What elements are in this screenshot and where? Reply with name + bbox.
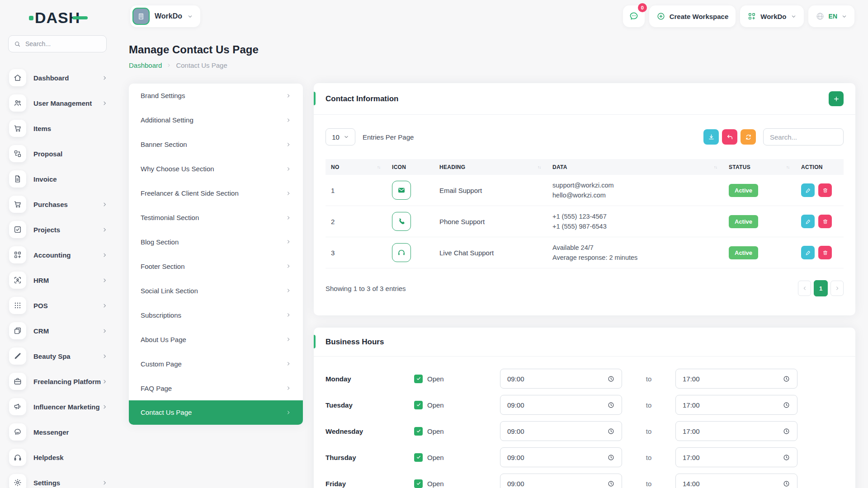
open-time-input[interactable]: 09:00 bbox=[500, 474, 622, 488]
open-checkbox[interactable] bbox=[414, 401, 423, 409]
logo-dash-bar bbox=[72, 16, 88, 19]
column-header-status[interactable]: STATUS↑↓ bbox=[723, 159, 796, 175]
entries-per-page-select[interactable]: 10 bbox=[326, 128, 355, 145]
settings-nav-item-testimonial-section[interactable]: Testimonial Section bbox=[129, 206, 303, 230]
edit-button[interactable] bbox=[801, 183, 815, 197]
sidebar-item-user-management[interactable]: User Management bbox=[0, 90, 117, 116]
sidebar-item-proposal[interactable]: Proposal bbox=[0, 141, 117, 166]
delete-button[interactable] bbox=[818, 215, 832, 228]
settings-nav-item-footer-section[interactable]: Footer Section bbox=[129, 254, 303, 278]
add-contact-button[interactable] bbox=[829, 91, 844, 106]
table-toolbar bbox=[700, 129, 756, 145]
chevron-right-icon bbox=[286, 117, 291, 123]
sidebar-item-influencer-marketing[interactable]: Influencer Marketing bbox=[0, 394, 117, 419]
sidebar-item-items[interactable]: Items bbox=[0, 116, 117, 141]
settings-nav-item-banner-section[interactable]: Banner Section bbox=[129, 132, 303, 157]
row-data: Available 24/7Average response: 2 minute… bbox=[552, 243, 718, 263]
sidebar-item-projects[interactable]: Projects bbox=[0, 217, 117, 242]
open-time-input[interactable]: 09:00 bbox=[500, 369, 622, 389]
column-header-heading[interactable]: HEADING↑↓ bbox=[434, 159, 547, 175]
settings-nav-item-freelancer-client-side-section[interactable]: Freelancer & Client Side Section bbox=[129, 181, 303, 206]
column-header-data[interactable]: DATA↑↓ bbox=[547, 159, 723, 175]
phone-icon bbox=[392, 212, 411, 231]
sidebar-item-settings[interactable]: Settings bbox=[0, 470, 117, 488]
table-search-input[interactable] bbox=[763, 128, 844, 145]
open-checkbox[interactable] bbox=[414, 375, 423, 383]
breadcrumb-dashboard-link[interactable]: Dashboard bbox=[129, 61, 162, 69]
delete-button[interactable] bbox=[818, 183, 832, 197]
refresh-button[interactable] bbox=[741, 129, 756, 145]
settings-nav-label: Banner Section bbox=[141, 141, 187, 148]
open-checkbox[interactable] bbox=[414, 427, 423, 436]
settings-nav-item-additional-setting[interactable]: Additional Setting bbox=[129, 108, 303, 132]
language-dropdown[interactable]: EN bbox=[808, 5, 854, 27]
sidebar-item-label: Settings bbox=[33, 479, 102, 487]
sidebar-item-beauty-spa[interactable]: Beauty Spa bbox=[0, 343, 117, 369]
contact-card-title: Contact Information bbox=[326, 94, 399, 103]
close-time-input[interactable]: 17:00 bbox=[675, 421, 797, 441]
sidebar-item-pos[interactable]: POS bbox=[0, 293, 117, 318]
settings-nav-item-social-link-section[interactable]: Social Link Section bbox=[129, 278, 303, 303]
sidebar-item-hrm[interactable]: HRM bbox=[0, 267, 117, 293]
settings-nav-item-contact-us-page[interactable]: Contact Us Page bbox=[129, 400, 303, 425]
workspace-name: WorkDo bbox=[155, 12, 182, 20]
plus-circle-icon bbox=[656, 12, 665, 21]
settings-nav-item-about-us-page[interactable]: About Us Page bbox=[129, 327, 303, 352]
column-header-no[interactable]: NO↑↓ bbox=[326, 159, 387, 175]
open-time-input[interactable]: 09:00 bbox=[500, 421, 622, 441]
sidebar-item-label: Dashboard bbox=[33, 74, 102, 82]
open-checkbox[interactable] bbox=[414, 479, 423, 488]
undo-button[interactable] bbox=[722, 129, 737, 145]
chat-dots-icon bbox=[628, 11, 639, 22]
open-checkbox[interactable] bbox=[414, 453, 423, 462]
open-time-input[interactable]: 09:00 bbox=[500, 447, 622, 467]
language-code: EN bbox=[829, 13, 837, 20]
close-time-input[interactable]: 17:00 bbox=[675, 447, 797, 467]
settings-nav-item-blog-section[interactable]: Blog Section bbox=[129, 230, 303, 254]
sidebar-item-messenger[interactable]: Messenger bbox=[0, 419, 117, 445]
chevron-down-icon bbox=[791, 14, 797, 19]
pagination-page-1-button[interactable]: 1 bbox=[814, 280, 828, 296]
settings-nav-item-brand-settings[interactable]: Brand Settings bbox=[129, 84, 303, 108]
export-button[interactable] bbox=[703, 129, 719, 145]
sidebar-item-invoice[interactable]: Invoice bbox=[0, 166, 117, 192]
pagination-next-button[interactable] bbox=[830, 281, 844, 296]
edit-button[interactable] bbox=[801, 215, 815, 228]
create-workspace-button[interactable]: Create Workspace bbox=[649, 5, 736, 27]
sidebar-item-freelancing-platform[interactable]: Freelancing Platform bbox=[0, 369, 117, 394]
chevron-right-icon bbox=[102, 100, 108, 106]
day-label: Tuesday bbox=[326, 401, 414, 409]
sidebar-item-helpdesk[interactable]: Helpdesk bbox=[0, 445, 117, 470]
workspace-selector[interactable]: WorkDo bbox=[130, 5, 200, 27]
pagination-prev-button[interactable] bbox=[798, 281, 811, 296]
open-time-input[interactable]: 09:00 bbox=[500, 395, 622, 415]
settings-nav-label: About Us Page bbox=[141, 336, 186, 343]
grid-plus-icon bbox=[9, 246, 26, 263]
settings-nav-item-subscriptions[interactable]: Subscriptions bbox=[129, 303, 303, 327]
create-workspace-label: Create Workspace bbox=[670, 13, 729, 20]
chevron-right-icon bbox=[286, 93, 291, 99]
settings-nav-item-faq-page[interactable]: FAQ Page bbox=[129, 376, 303, 400]
close-time-input[interactable]: 14:00 bbox=[675, 474, 797, 488]
chevron-right-icon bbox=[286, 239, 291, 244]
close-time-input[interactable]: 17:00 bbox=[675, 395, 797, 415]
sidebar-item-label: POS bbox=[33, 302, 102, 310]
workspace-menu-dropdown[interactable]: WorkDo bbox=[740, 5, 803, 27]
sidebar-item-crm[interactable]: CRM bbox=[0, 318, 117, 343]
chevron-right-icon bbox=[102, 277, 108, 283]
chevron-right-icon bbox=[102, 404, 108, 410]
settings-nav-item-why-choose-us-section[interactable]: Why Choose Us Section bbox=[129, 157, 303, 181]
dash-logo[interactable]: DASH bbox=[29, 9, 88, 27]
settings-nav-item-custom-page[interactable]: Custom Page bbox=[129, 352, 303, 376]
delete-button[interactable] bbox=[818, 246, 832, 259]
sidebar-item-purchases[interactable]: Purchases bbox=[0, 192, 117, 217]
trash-icon bbox=[822, 187, 829, 194]
chat-button[interactable]: 0 bbox=[623, 5, 645, 27]
sidebar-item-accounting[interactable]: Accounting bbox=[0, 242, 117, 267]
sidebar-search-input[interactable] bbox=[24, 40, 101, 48]
chevron-right-icon bbox=[286, 191, 291, 196]
business-hours-header: Business Hours bbox=[314, 328, 855, 357]
edit-button[interactable] bbox=[801, 246, 815, 259]
close-time-input[interactable]: 17:00 bbox=[675, 369, 797, 389]
sidebar-item-dashboard[interactable]: Dashboard bbox=[0, 65, 117, 90]
